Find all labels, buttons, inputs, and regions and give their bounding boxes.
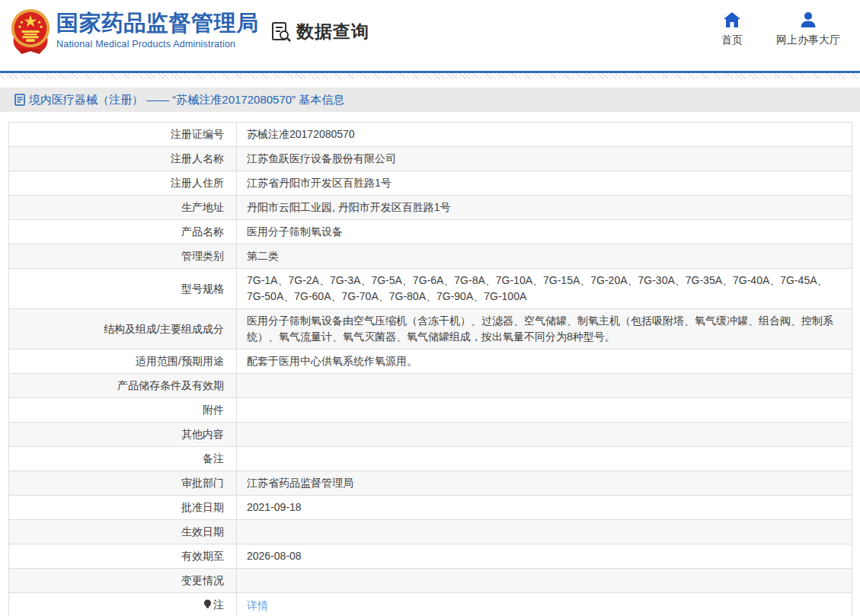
document-icon <box>14 94 25 106</box>
row-value: 详情 <box>237 593 852 616</box>
row-value <box>237 423 852 447</box>
row-value <box>237 374 852 398</box>
row-label: 生产地址 <box>9 196 237 220</box>
bulb-icon <box>203 598 212 614</box>
row-label: 型号规格 <box>9 269 237 309</box>
row-label: 生效日期 <box>9 520 237 544</box>
table-row: 审批部门 江苏省药品监督管理局 <box>9 471 852 496</box>
org-name-en: National Medical Products Administration <box>56 39 259 49</box>
user-icon <box>799 11 817 28</box>
table-row: 生产地址 丹阳市云阳工业园, 丹阳市开发区百胜路1号 <box>9 196 852 220</box>
top-nav: 首页 网上办事大厅 <box>721 11 840 47</box>
table-row: 附件 <box>9 398 852 423</box>
row-label: 注册人住所 <box>9 171 237 196</box>
registration-info-table-wrap: 注册证编号 苏械注准20172080570 注册人名称 江苏鱼跃医疗设备股份有限… <box>8 122 852 616</box>
row-label: 注册证编号 <box>9 123 237 147</box>
row-value: 医用分子筛制氧设备由空气压缩机（含冻干机）、过滤器、空气储罐、制氧主机（包括吸附… <box>237 309 852 349</box>
table-row: 注册证编号 苏械注准20172080570 <box>9 123 852 147</box>
row-label: 结构及组成/主要组成成分 <box>9 309 237 349</box>
row-value <box>237 447 852 471</box>
table-row: 注册人名称 江苏鱼跃医疗设备股份有限公司 <box>9 147 852 171</box>
row-value: 医用分子筛制氧设备 <box>237 220 852 244</box>
table-row: 型号规格 7G-1A、7G-2A、7G-3A、7G-5A、7G-6A、7G-8A… <box>9 269 852 309</box>
data-query-label: 数据查询 <box>296 20 369 43</box>
table-row: 结构及组成/主要组成成分 医用分子筛制氧设备由空气压缩机（含冻干机）、过滤器、空… <box>9 309 852 349</box>
nav-label-home: 首页 <box>721 34 743 47</box>
table-row: 批准日期 2021-09-18 <box>9 496 852 520</box>
row-label: 附件 <box>9 398 237 423</box>
registration-info-table: 注册证编号 苏械注准20172080570 注册人名称 江苏鱼跃医疗设备股份有限… <box>8 122 852 616</box>
row-value: 7G-1A、7G-2A、7G-3A、7G-5A、7G-6A、7G-8A、7G-1… <box>237 269 852 309</box>
nav-item-home[interactable]: 首页 <box>721 11 743 47</box>
row-label: 注册人名称 <box>9 147 237 171</box>
row-label: 适用范围/预期用途 <box>9 349 237 374</box>
row-value: 江苏鱼跃医疗设备股份有限公司 <box>237 147 852 171</box>
row-value: 2026-08-08 <box>237 544 852 569</box>
table-row: 变更情况 <box>9 569 852 593</box>
table-row: 注 详情 <box>9 593 852 616</box>
nav-label-service-hall: 网上办事大厅 <box>776 34 840 47</box>
row-label: 有效期至 <box>9 544 237 569</box>
table-row: 注册人住所 江苏省丹阳市开发区百胜路1号 <box>9 171 852 196</box>
document-search-icon <box>270 21 293 43</box>
table-row: 适用范围/预期用途 配套于医用中心供氧系统作氧源用。 <box>9 349 852 374</box>
row-value: 江苏省药品监督管理局 <box>237 471 852 496</box>
table-row: 备注 <box>9 447 852 471</box>
org-name-cn: 国家药品监督管理局 <box>56 10 259 36</box>
detail-link[interactable]: 详情 <box>247 599 268 611</box>
row-value <box>237 569 852 593</box>
row-label: 批准日期 <box>9 496 237 520</box>
row-value: 苏械注准20172080570 <box>237 123 852 147</box>
row-label: 注 <box>9 593 237 616</box>
row-label: 产品名称 <box>9 220 237 244</box>
row-value: 2021-09-18 <box>237 496 852 520</box>
hatch-stripe-band <box>0 73 860 79</box>
row-label: 其他内容 <box>9 423 237 447</box>
table-row: 生效日期 <box>9 520 852 544</box>
breadcrumb: 境内医疗器械（注册） —— “苏械注准20172080570” 基本信息 <box>0 88 860 112</box>
table-row: 产品储存条件及有效期 <box>9 374 852 398</box>
table-row: 其他内容 <box>9 423 852 447</box>
breadcrumb-text: 境内医疗器械（注册） —— “苏械注准20172080570” 基本信息 <box>29 93 344 107</box>
home-icon <box>723 11 741 28</box>
data-query-section[interactable]: 数据查询 <box>270 20 369 43</box>
row-value: 江苏省丹阳市开发区百胜路1号 <box>237 171 852 196</box>
row-value: 第二类 <box>237 244 852 269</box>
table-row: 产品名称 医用分子筛制氧设备 <box>9 220 852 244</box>
row-label: 审批部门 <box>9 471 237 496</box>
row-label: 变更情况 <box>9 569 237 593</box>
row-label: 产品储存条件及有效期 <box>9 374 237 398</box>
row-label: 备注 <box>9 447 237 471</box>
row-value: 配套于医用中心供氧系统作氧源用。 <box>237 349 852 374</box>
table-row: 管理类别 第二类 <box>9 244 852 269</box>
row-value <box>237 520 852 544</box>
nmpa-emblem-logo <box>7 6 54 55</box>
row-label: 管理类别 <box>9 244 237 269</box>
row-value <box>237 398 852 423</box>
table-row: 有效期至 2026-08-08 <box>9 544 852 569</box>
org-title-block: 国家药品监督管理局 National Medical Products Admi… <box>56 10 259 49</box>
nav-item-service-hall[interactable]: 网上办事大厅 <box>776 11 840 47</box>
page-header: 国家药品监督管理局 National Medical Products Admi… <box>0 0 860 71</box>
row-value: 丹阳市云阳工业园, 丹阳市开发区百胜路1号 <box>237 196 852 220</box>
